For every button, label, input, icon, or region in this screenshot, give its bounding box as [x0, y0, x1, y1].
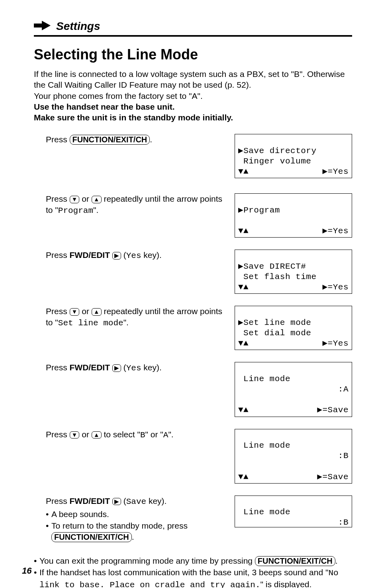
lcd-nav-indicator: ▶=Yes — [322, 167, 349, 177]
fwd-edit-label: FWD/EDIT — [70, 363, 110, 372]
lcd-line — [238, 539, 243, 548]
bullet-icon: • — [34, 567, 39, 588]
step-text: Press FWD/EDIT ▶ (Yes key). — [46, 362, 235, 374]
steps-list: Press FUNCTION/EXIT/CH. ▶Save directory … — [34, 134, 352, 543]
intro-bold-1: Use the handset near the base unit. — [34, 102, 175, 111]
text: " or " — [145, 430, 163, 439]
fwd-edit-label: FWD/EDIT — [70, 496, 110, 505]
lcd-nav-indicator: ▶=Yes — [322, 338, 349, 349]
down-key-icon: ▼ — [70, 431, 80, 439]
section-header: Settings — [34, 20, 352, 37]
page-title: Selecting the Line Mode — [34, 46, 352, 63]
text: to select " — [102, 430, 140, 439]
text: If the handset has lost communication wi… — [39, 568, 328, 577]
text: Press — [46, 430, 70, 439]
text: ". — [123, 318, 129, 327]
fwd-edit-label: FWD/EDIT — [70, 250, 110, 260]
lcd-line: Ringer volume — [238, 157, 311, 166]
step-text: Press ▼ or ▲ repeatedly until the arrow … — [46, 193, 235, 216]
down-key-icon: ▼ — [70, 196, 80, 203]
section-title: Settings — [56, 20, 100, 33]
lcd-screen: Line mode :A ▼▲▶=Save — [235, 362, 352, 417]
bullet-text: To return to the standby mode, press FUN… — [51, 520, 188, 543]
right-key-icon: ▶ — [112, 498, 121, 505]
lcd-line: Line mode — [238, 441, 290, 450]
text: To return to the standby mode, press — [51, 521, 188, 530]
lcd-nav-indicator: ▼▲ — [238, 472, 249, 482]
lcd-line: ▶Program — [238, 206, 280, 215]
text: key). — [146, 496, 166, 505]
text: or — [79, 307, 91, 316]
step-bullets: •A beep sounds. •To return to the standb… — [46, 509, 227, 543]
intro-text: If the line is connected to a low voltag… — [34, 69, 352, 123]
text: ". — [93, 205, 98, 214]
text: Press — [46, 135, 70, 144]
up-key-icon: ▲ — [92, 431, 102, 439]
mono-text: Program — [58, 206, 93, 215]
mono-text: Set line mode — [58, 319, 123, 328]
lcd-nav-indicator: ▶=Yes — [322, 226, 349, 236]
function-exit-ch-key: FUNCTION/EXIT/CH — [255, 556, 335, 566]
svg-marker-1 — [42, 21, 51, 30]
step-row: Press ▼ or ▲ repeatedly until the arrow … — [34, 306, 352, 350]
lcd-line: :A — [338, 384, 349, 395]
text: . — [335, 556, 338, 565]
text: . — [132, 532, 134, 541]
step-text: Press ▼ or ▲ repeatedly until the arrow … — [46, 306, 235, 328]
up-key-icon: ▲ — [92, 196, 102, 203]
lcd-line: Line mode — [238, 374, 290, 383]
lcd-screen: ▶Program ▼▲▶=Yes — [235, 193, 352, 238]
lcd-line: ▶Save directory — [238, 146, 317, 155]
step-text: Press FWD/EDIT ▶ (Yes key). — [46, 250, 235, 261]
text: or — [79, 194, 91, 203]
text: ( — [121, 496, 126, 505]
lcd-nav-indicator: ▼▲ — [238, 167, 249, 177]
lcd-nav-indicator: ▼▲ — [238, 338, 249, 349]
step-text: Press ▼ or ▲ to select "B" or "A". — [46, 429, 235, 441]
up-key-icon: ▲ — [92, 308, 102, 316]
right-key-icon: ▶ — [112, 252, 121, 260]
mono-text: Save — [126, 497, 146, 506]
lcd-nav-indicator: ▶=Yes — [322, 282, 349, 293]
step-row: Press FWD/EDIT ▶ (Save key). •A beep sou… — [34, 496, 352, 543]
mono-text: Yes — [126, 251, 141, 260]
lcd-nav-indicator: ▼▲ — [238, 282, 249, 293]
lcd-line — [238, 384, 243, 395]
mono-text: B — [140, 431, 145, 440]
right-key-icon: ▶ — [112, 364, 121, 372]
lcd-line: ▶Save DIRECT# — [238, 262, 306, 271]
text: " is displayed. — [261, 580, 312, 588]
lcd-line: :B — [338, 517, 349, 528]
bullet-icon: • — [46, 520, 51, 543]
lcd-line: :B — [338, 451, 349, 461]
step-row: Press FUNCTION/EXIT/CH. ▶Save directory … — [34, 134, 352, 178]
step-row: Press FWD/EDIT ▶ (Yes key). Line mode :A… — [34, 362, 352, 417]
function-exit-ch-key: FUNCTION/EXIT/CH — [70, 135, 150, 145]
bullet-text: A beep sounds. — [51, 509, 109, 520]
lcd-line — [238, 517, 243, 528]
lcd-screen: Line mode :B ▼▲▶=Save — [235, 429, 352, 484]
text: key). — [141, 250, 161, 260]
lcd-line — [238, 451, 243, 461]
text: You can exit the programming mode any ti… — [39, 556, 255, 565]
lcd-nav-indicator: ▼▲ — [238, 226, 249, 236]
lcd-line — [238, 216, 243, 225]
lcd-line: ▶Set line mode — [238, 318, 311, 327]
intro-bold-2: Make sure the unit is in the standby mod… — [34, 113, 233, 122]
footnotes: •You can exit the programming mode any t… — [34, 555, 352, 588]
mono-text: Yes — [126, 364, 141, 373]
text: ". — [168, 430, 173, 439]
step-text: Press FUNCTION/EXIT/CH. — [46, 134, 235, 145]
note-text: You can exit the programming mode any ti… — [39, 555, 337, 566]
note-text: If the handset has lost communication wi… — [39, 567, 352, 588]
text: . — [150, 135, 152, 144]
lcd-line: Set flash time — [238, 272, 317, 281]
lcd-nav-indicator: ▶=Save — [317, 472, 349, 482]
step-row: Press ▼ or ▲ to select "B" or "A". Line … — [34, 429, 352, 484]
page-number: 16 — [22, 566, 31, 576]
text: ( — [121, 250, 126, 260]
function-exit-ch-key: FUNCTION/EXIT/CH — [51, 532, 132, 542]
text: Press — [46, 250, 70, 260]
text: or — [79, 430, 91, 439]
svg-rect-0 — [34, 24, 42, 28]
